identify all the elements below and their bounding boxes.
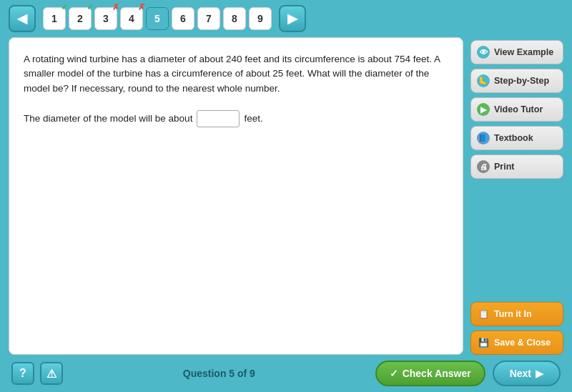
- left-arrow-icon: ◀: [17, 11, 27, 26]
- question-num-1[interactable]: 1: [43, 7, 66, 30]
- main-content: A rotating wind turbine has a diameter o…: [0, 37, 572, 355]
- check-answer-label: Check Answer: [403, 368, 471, 379]
- bottom-right-controls: ✓ Check Answer Next ▶: [375, 361, 561, 386]
- video-tutor-label: Video Tutor: [494, 104, 543, 114]
- next-arrow-icon: ▶: [536, 368, 543, 379]
- check-answer-button[interactable]: ✓ Check Answer: [375, 361, 485, 386]
- question-num-7[interactable]: 7: [197, 7, 220, 30]
- question-num-3[interactable]: 3: [94, 7, 117, 30]
- answer-line: The diameter of the model will be about …: [24, 110, 448, 127]
- answer-input[interactable]: [197, 110, 240, 127]
- question-num-4[interactable]: 4: [120, 7, 143, 30]
- video-tutor-button[interactable]: ▶ Video Tutor: [470, 97, 563, 122]
- question-num-2[interactable]: 2: [69, 7, 92, 30]
- print-button[interactable]: 🖨 Print: [470, 155, 563, 179]
- answer-prefix: The diameter of the model will be about: [24, 113, 192, 124]
- turn-it-in-label: Turn it In: [494, 309, 532, 319]
- prev-arrow-button[interactable]: ◀: [9, 5, 36, 32]
- help-button[interactable]: ?: [11, 362, 34, 385]
- view-example-icon: 👁: [477, 46, 490, 59]
- next-button[interactable]: Next ▶: [493, 361, 561, 386]
- next-label: Next: [510, 368, 531, 379]
- turn-it-in-button[interactable]: 📋 Turn it In: [470, 302, 563, 326]
- right-arrow-icon: ▶: [287, 11, 297, 26]
- view-example-button[interactable]: 👁 View Example: [470, 40, 563, 64]
- checkmark-icon: ✓: [390, 368, 398, 379]
- question-number-list: 1 2 3 4 5 6 7 8 9: [43, 7, 272, 30]
- save-close-icon: 💾: [477, 336, 490, 349]
- textbook-icon: 📘: [477, 132, 490, 144]
- view-example-label: View Example: [494, 47, 553, 57]
- save-close-label: Save & Close: [494, 338, 551, 348]
- step-by-step-button[interactable]: 🦶 Step-by-Step: [470, 69, 563, 93]
- print-icon: 🖨: [477, 160, 490, 173]
- question-num-8[interactable]: 8: [223, 7, 246, 30]
- textbook-label: Textbook: [494, 133, 533, 143]
- save-close-button[interactable]: 💾 Save & Close: [470, 330, 563, 355]
- textbook-button[interactable]: 📘 Textbook: [470, 126, 563, 150]
- video-tutor-icon: ▶: [477, 103, 490, 116]
- next-arrow-button[interactable]: ▶: [279, 5, 306, 32]
- question-num-9[interactable]: 9: [249, 7, 272, 30]
- orange-buttons-section: 📋 Turn it In 💾 Save & Close: [470, 302, 563, 355]
- bottom-bar: ? ⚠ Question 5 of 9 ✓ Check Answer Next …: [0, 355, 572, 392]
- print-label: Print: [494, 162, 514, 172]
- question-counter: Question 5 of 9: [183, 368, 255, 379]
- turn-it-in-icon: 📋: [477, 308, 490, 320]
- question-num-6[interactable]: 6: [172, 7, 194, 30]
- question-text: A rotating wind turbine has a diameter o…: [24, 52, 448, 96]
- question-num-5[interactable]: 5: [146, 7, 169, 30]
- answer-suffix: feet.: [244, 113, 262, 124]
- question-panel: A rotating wind turbine has a diameter o…: [9, 37, 463, 355]
- warning-icon: ⚠: [46, 367, 56, 381]
- step-by-step-icon: 🦶: [477, 74, 490, 87]
- right-sidebar: 👁 View Example 🦶 Step-by-Step ▶ Video Tu…: [470, 37, 563, 355]
- question-mark-icon: ?: [19, 367, 26, 380]
- top-navigation: ◀ 1 2 3 4 5 6 7 8 9 ▶: [0, 0, 572, 37]
- bottom-left-controls: ? ⚠: [11, 362, 63, 385]
- step-by-step-label: Step-by-Step: [494, 76, 549, 86]
- warning-button[interactable]: ⚠: [40, 362, 63, 385]
